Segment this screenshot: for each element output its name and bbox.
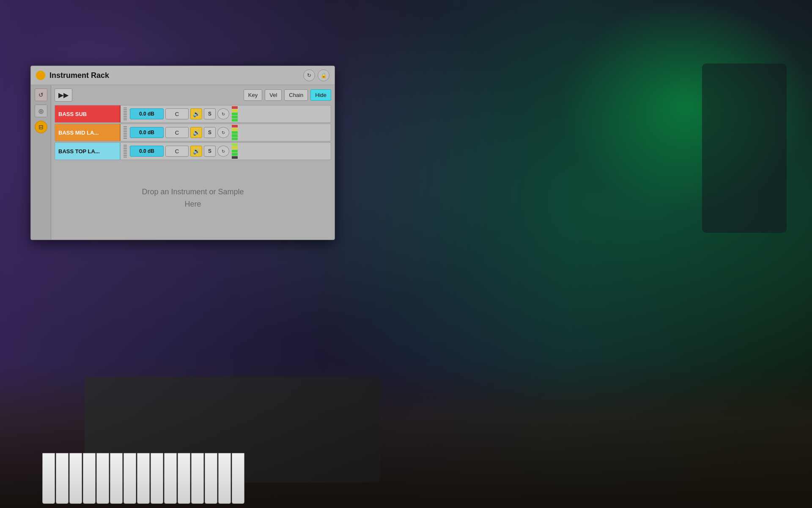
piano-white-key[interactable] (83, 453, 96, 504)
chain-mute-bass-mid[interactable]: 🔊 (190, 127, 202, 138)
meter-segment (232, 156, 238, 159)
rack-toolbar: ▶▶ Key Vel Chain Hide (55, 88, 331, 102)
chain-device-bass-top[interactable]: ↻ (217, 146, 229, 157)
piano-white-key[interactable] (178, 453, 190, 504)
macro-icon: ◎ (38, 108, 44, 114)
chain-device-bass-sub[interactable]: ↻ (217, 108, 229, 119)
chain-button[interactable]: Chain (284, 89, 308, 101)
chain-solo-bass-sub[interactable]: S (204, 108, 216, 119)
mute-icon: 🔊 (193, 148, 200, 155)
chain-row: BASS TOP LA... 0.0 dB C 🔊 S ↻ (55, 142, 331, 160)
piano-white-key[interactable] (56, 453, 69, 504)
meter-segment (232, 131, 238, 134)
drop-area[interactable]: Drop an Instrument or Sample Here (55, 160, 331, 236)
drag-handle[interactable] (123, 126, 127, 139)
chain-volume-bass-top[interactable]: 0.0 dB (130, 146, 164, 157)
chain-icon: ⊟ (38, 124, 44, 130)
piano-white-key[interactable] (110, 453, 123, 504)
chain-meter-bass-sub (232, 106, 238, 121)
chain-pan-bass-top[interactable]: C (165, 146, 189, 157)
chain-solo-bass-top[interactable]: S (204, 146, 216, 157)
piano-white-key[interactable] (191, 453, 204, 504)
equipment-rack (702, 64, 787, 233)
meter-segment (232, 150, 238, 152)
rack-title-bar: Instrument Rack ↻ 🔒 (31, 66, 335, 85)
device-icon: ↻ (222, 149, 225, 154)
meter-segment (232, 119, 238, 121)
rack-sidebar: ↺ ◎ ⊟ (31, 85, 51, 240)
sidebar-icon-chain[interactable]: ⊟ (35, 121, 47, 133)
piano-white-key[interactable] (151, 453, 163, 504)
meter-segment (232, 146, 238, 149)
rack-content: ▶▶ Key Vel Chain Hide BASS SUB 0.0 dB C … (51, 85, 335, 240)
chain-name-bass-sub[interactable]: BASS SUB (55, 105, 121, 122)
meter-segment (232, 138, 238, 140)
piano-white-key[interactable] (205, 453, 217, 504)
piano-keys (42, 453, 244, 504)
chain-meter-bass-mid (232, 125, 238, 140)
piano-white-key[interactable] (123, 453, 136, 504)
hide-button[interactable]: Hide (310, 89, 331, 101)
arrow-button[interactable]: ▶▶ (55, 88, 72, 102)
piano-white-key[interactable] (137, 453, 150, 504)
piano-white-key[interactable] (232, 453, 244, 504)
meter-segment (232, 128, 238, 130)
meter-segment (232, 109, 238, 112)
rack-title-icons: ↻ 🔒 (303, 69, 329, 81)
meter-segment (232, 153, 238, 155)
piano-white-key[interactable] (69, 453, 82, 504)
rack-power-button[interactable] (36, 71, 45, 80)
rack-title: Instrument Rack (49, 71, 303, 80)
sidebar-icon-macro[interactable]: ◎ (35, 105, 47, 117)
drag-handle[interactable] (123, 108, 127, 120)
random-icon: ↺ (38, 91, 44, 98)
chain-row: BASS SUB 0.0 dB C 🔊 S ↻ (55, 105, 331, 123)
piano-white-key[interactable] (42, 453, 55, 504)
mute-icon: 🔊 (193, 110, 200, 117)
meter-segment (232, 113, 238, 115)
piano-keyboard (0, 440, 812, 508)
chain-pan-bass-mid[interactable]: C (165, 127, 189, 138)
chain-list: BASS SUB 0.0 dB C 🔊 S ↻ (55, 105, 331, 160)
meter-segment (232, 106, 238, 109)
chain-volume-bass-sub[interactable]: 0.0 dB (130, 108, 164, 119)
meter-segment (232, 116, 238, 118)
device-icon: ↻ (222, 112, 225, 116)
chain-volume-bass-mid[interactable]: 0.0 dB (130, 127, 164, 138)
drag-handle[interactable] (123, 145, 127, 157)
mute-icon: 🔊 (193, 129, 200, 136)
drop-area-text: Drop an Instrument or Sample Here (142, 186, 244, 210)
meter-segment (232, 134, 238, 137)
sidebar-icon-random[interactable]: ↺ (35, 88, 47, 101)
vel-button[interactable]: Vel (265, 89, 282, 101)
meter-segment (232, 144, 238, 146)
chain-mute-bass-sub[interactable]: 🔊 (190, 108, 202, 119)
chain-solo-bass-mid[interactable]: S (204, 127, 216, 138)
rack-lock-icon[interactable]: 🔒 (318, 69, 329, 81)
instrument-rack-panel: Instrument Rack ↻ 🔒 ↺ ◎ ⊟ ▶▶ Key (30, 66, 335, 240)
device-icon: ↻ (222, 130, 225, 135)
piano-white-key[interactable] (218, 453, 231, 504)
chain-device-bass-mid[interactable]: ↻ (217, 127, 229, 138)
chain-name-bass-mid[interactable]: BASS MID LA... (55, 124, 121, 141)
drop-text-line2: Here (142, 198, 244, 210)
rack-body: ↺ ◎ ⊟ ▶▶ Key Vel Chain Hide (31, 85, 335, 240)
chain-row: BASS MID LA... 0.0 dB C 🔊 S ↻ (55, 124, 331, 141)
drop-text-line1: Drop an Instrument or Sample (142, 186, 244, 198)
chain-mute-bass-top[interactable]: 🔊 (190, 146, 202, 157)
piano-white-key[interactable] (96, 453, 109, 504)
chain-meter-bass-top (232, 144, 238, 159)
rack-settings-icon[interactable]: ↻ (303, 69, 315, 81)
key-button[interactable]: Key (244, 89, 262, 101)
chain-name-bass-top[interactable]: BASS TOP LA... (55, 143, 121, 160)
piano-white-key[interactable] (164, 453, 177, 504)
meter-segment (232, 125, 238, 127)
chain-pan-bass-sub[interactable]: C (165, 108, 189, 119)
